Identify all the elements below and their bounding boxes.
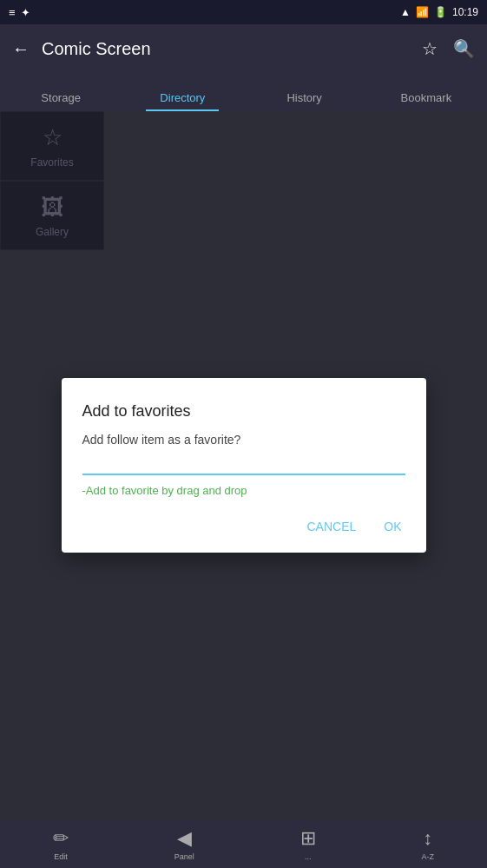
status-bar-left: ≡ ✦ <box>9 6 30 19</box>
app-icon: ✦ <box>21 6 30 19</box>
wifi-icon: ▲ <box>400 6 411 18</box>
app-bar: ← Comic Screen ☆ 🔍 <box>0 24 487 73</box>
tab-bookmark[interactable]: Bookmark <box>365 83 487 111</box>
menu-icon: ≡ <box>9 6 16 19</box>
edit-icon: ✏ <box>53 827 69 850</box>
cancel-button[interactable]: CANCEL <box>303 514 359 539</box>
time-display: 10:19 <box>452 6 478 18</box>
content-area: ☆ Favorites 🖼 Gallery Add to favorites A… <box>0 111 487 819</box>
app-bar-actions: ☆ 🔍 <box>422 38 475 59</box>
tab-directory[interactable]: Directory <box>122 83 243 111</box>
tab-history[interactable]: History <box>244 83 365 111</box>
nav-panel-button[interactable]: ◀ Panel <box>174 827 194 861</box>
status-bar: ≡ ✦ ▲ 📶 🔋 10:19 <box>0 0 487 24</box>
sort-icon: ↕ <box>423 827 432 850</box>
nav-sort-button[interactable]: ↕ A-Z <box>422 827 435 861</box>
tab-bookmark-label: Bookmark <box>401 91 452 104</box>
tab-history-label: History <box>286 91 321 104</box>
dialog-body: Add follow item as a favorite? <box>82 433 405 447</box>
tab-storage-label: Storage <box>41 91 81 104</box>
back-icon: ← <box>12 39 30 58</box>
tab-directory-label: Directory <box>160 91 205 104</box>
ok-button[interactable]: OK <box>380 514 405 539</box>
grid-icon: ⊞ <box>300 827 316 850</box>
battery-icon: 🔋 <box>434 6 447 18</box>
star-icon: ☆ <box>422 39 438 58</box>
panel-icon: ◀ <box>177 827 192 850</box>
dialog-overlay: Add to favorites Add follow item as a fa… <box>0 111 487 819</box>
search-button[interactable]: 🔍 <box>453 38 475 59</box>
nav-edit-button[interactable]: ✏ Edit <box>53 827 69 861</box>
signal-icon: 📶 <box>416 6 429 18</box>
nav-grid-button[interactable]: ⊞ ... <box>300 827 316 861</box>
dialog-input[interactable] <box>82 452 405 475</box>
nav-sort-label: A-Z <box>422 852 435 861</box>
nav-panel-label: Panel <box>174 852 194 861</box>
dialog-hint: -Add to favorite by drag and drop <box>82 484 405 497</box>
nav-grid-label: ... <box>305 852 312 861</box>
bottom-nav: ✏ Edit ◀ Panel ⊞ ... ↕ A-Z <box>0 819 487 868</box>
page-title: Comic Screen <box>42 39 410 59</box>
tab-storage[interactable]: Storage <box>0 83 122 111</box>
nav-edit-label: Edit <box>54 852 68 861</box>
star-button[interactable]: ☆ <box>422 38 438 59</box>
back-button[interactable]: ← <box>12 39 30 59</box>
tabs-bar: Storage Directory History Bookmark <box>0 73 487 111</box>
status-bar-right: ▲ 📶 🔋 10:19 <box>400 6 478 18</box>
search-icon: 🔍 <box>453 39 475 58</box>
dialog-actions: CANCEL OK <box>82 514 405 539</box>
dialog-title: Add to favorites <box>82 402 405 421</box>
dialog: Add to favorites Add follow item as a fa… <box>62 378 426 553</box>
